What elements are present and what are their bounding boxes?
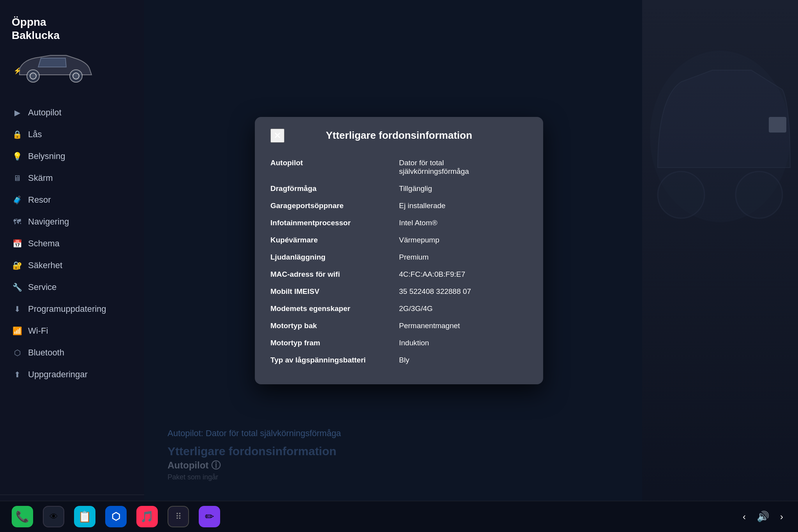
modal-value-motor-bak: Permanentmagnet: [399, 317, 528, 334]
bluetooth-taskbar-icon: ⬡: [111, 511, 120, 523]
modal-value-mac: 4C:FC:AA:0B:F9:E7: [399, 266, 528, 283]
eyedrop-icon: ✏: [205, 510, 214, 523]
modal-label-autopilot: Autopilot: [270, 154, 399, 180]
modal-title: Ytterligare fordonsinformation: [284, 129, 528, 141]
modal-label-imei: Mobilt IMEISV: [270, 283, 399, 300]
modal-label-motor-bak: Motortyp bak: [270, 317, 399, 334]
modal-close-button[interactable]: ✕: [270, 129, 284, 143]
modal-content: Autopilot Dator för totalsjälvkörningsfö…: [270, 154, 528, 369]
app-music[interactable]: 🎵: [136, 506, 158, 527]
vehicle-info-modal: ✕ Ytterligare fordonsinformation Autopil…: [255, 117, 543, 384]
modal-header: ✕ Ytterligare fordonsinformation: [270, 129, 528, 143]
modal-label-kupe: Kupévärmare: [270, 232, 399, 249]
taskbar: 📞 👁 📋 ⬡ 🎵 ⠿ ✏ ‹ 🔊 ›: [0, 501, 798, 532]
modal-value-garage: Ej installerade: [399, 197, 528, 214]
modal-value-modem: 2G/3G/4G: [399, 300, 528, 317]
dots-icon: ⠿: [175, 512, 182, 522]
modal-value-motor-fram: Induktion: [399, 334, 528, 352]
modal-label-drag: Dragförmåga: [270, 180, 399, 197]
taskbar-left: 📞 👁 📋 ⬡ 🎵 ⠿ ✏: [12, 506, 220, 527]
app-phone[interactable]: 📞: [12, 506, 33, 527]
phone-icon: 📞: [16, 510, 29, 523]
camera-icon: 👁: [49, 512, 58, 522]
nav-right-button[interactable]: ›: [777, 508, 786, 525]
taskbar-right: ‹ 🔊 ›: [740, 508, 786, 525]
app-eyedrop[interactable]: ✏: [199, 506, 220, 527]
modal-value-batteri: Bly: [399, 352, 528, 369]
app-bluetooth-taskbar[interactable]: ⬡: [105, 506, 127, 527]
nav-left-button[interactable]: ‹: [740, 508, 749, 525]
app-tasklist[interactable]: 📋: [74, 506, 95, 527]
modal-label-motor-fram: Motortyp fram: [270, 334, 399, 352]
modal-label-ljud: Ljudanläggning: [270, 249, 399, 266]
modal-label-infotainment: Infotainmentprocessor: [270, 214, 399, 232]
modal-value-kupe: Värmepump: [399, 232, 528, 249]
modal-value-infotainment: Intel Atom®: [399, 214, 528, 232]
modal-value-autopilot: Dator för totalsjälvkörningsförmåga: [399, 154, 528, 180]
modal-label-batteri: Typ av lågspänningsbatteri: [270, 352, 399, 369]
modal-value-imei: 35 522408 322888 07: [399, 283, 528, 300]
modal-label-garage: Garageportsöppnare: [270, 197, 399, 214]
modal-value-ljud: Premium: [399, 249, 528, 266]
tasklist-icon: 📋: [78, 510, 92, 523]
modal-label-mac: MAC-adress för wifi: [270, 266, 399, 283]
modal-overlay: ✕ Ytterligare fordonsinformation Autopil…: [0, 0, 798, 501]
app-dots[interactable]: ⠿: [168, 506, 189, 527]
modal-label-modem: Modemets egenskaper: [270, 300, 399, 317]
app-camera[interactable]: 👁: [43, 506, 64, 527]
music-icon: 🎵: [140, 510, 154, 523]
modal-value-drag: Tillgänglig: [399, 180, 528, 197]
volume-icon: 🔊: [757, 511, 769, 523]
